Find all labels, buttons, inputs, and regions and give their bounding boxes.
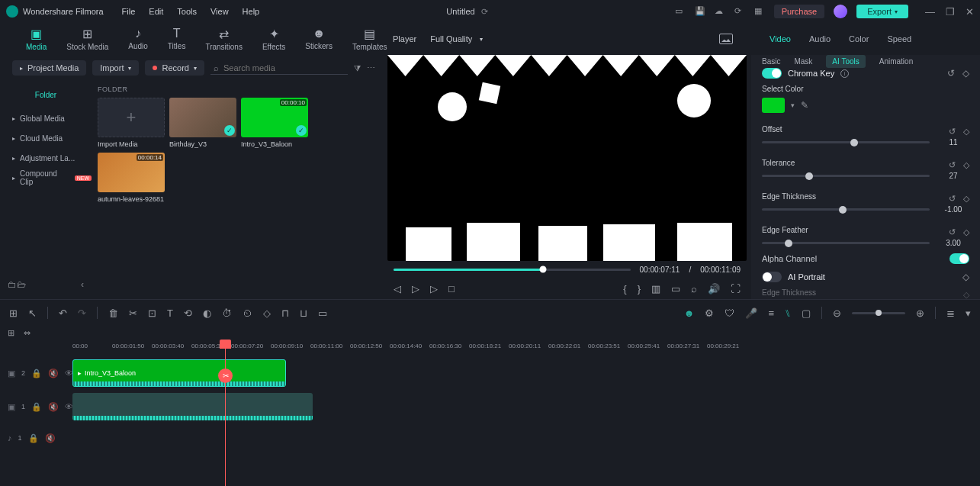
rtab-video[interactable]: Video [770, 34, 791, 43]
edge-feather-value[interactable]: 3.00 [937, 239, 969, 247]
compare-icon[interactable]: ▥ [651, 283, 660, 294]
tolerance-slider[interactable] [762, 175, 930, 177]
tab-audio[interactable]: ♪Audio [125, 25, 151, 53]
redo-icon[interactable]: ↷ [78, 307, 86, 319]
keyframe-tl-icon[interactable]: ◇ [263, 307, 271, 319]
keyframe-icon[interactable]: ◇ [963, 127, 969, 137]
mixer-icon[interactable]: ≡ [768, 307, 774, 319]
reset-icon[interactable]: ↺ [949, 227, 956, 237]
lock-icon[interactable]: 🔒 [31, 369, 42, 378]
filter-icon[interactable]: ⧩ [354, 63, 361, 73]
subtab-animation[interactable]: Animation [879, 57, 913, 66]
chroma-key-toggle[interactable] [762, 68, 782, 79]
new-folder-icon[interactable]: 🗀 [8, 279, 17, 290]
headphones-icon[interactable]: ⑊ [785, 307, 791, 319]
color-swatch[interactable] [762, 98, 785, 113]
zoom-slider[interactable] [852, 312, 905, 314]
subtab-basic[interactable]: Basic [762, 57, 780, 66]
reset-icon[interactable]: ↺ [949, 194, 956, 204]
tl-unlink-icon[interactable]: ⇔ [24, 328, 31, 338]
offset-value[interactable]: 11 [937, 138, 969, 146]
mute-icon[interactable]: 🔇 [45, 433, 56, 443]
aspect-icon[interactable]: ▢ [802, 307, 811, 319]
tl-menu-icon[interactable]: ▾ [966, 307, 971, 319]
folder-button[interactable]: Folder [0, 85, 92, 104]
mark-in-icon[interactable]: { [623, 283, 626, 294]
sidebar-item-compound-clip[interactable]: ▸Compound ClipNEW [0, 168, 92, 188]
lock-icon[interactable]: 🔒 [31, 402, 42, 412]
quality-dropdown[interactable]: Full Quality▾ [430, 34, 483, 43]
text-icon[interactable]: T [167, 307, 173, 319]
zoom-in-icon[interactable]: ⊕ [916, 307, 924, 319]
reset-icon[interactable]: ↺ [947, 68, 955, 79]
color-icon[interactable]: ◐ [203, 307, 211, 319]
record-dropdown[interactable]: Record▾ [145, 60, 204, 76]
snapshot-icon[interactable] [719, 34, 733, 44]
list-icon[interactable]: ≣ [946, 307, 955, 319]
offset-slider[interactable] [762, 141, 930, 143]
volume-icon[interactable]: 🔊 [708, 283, 720, 294]
alpha-channel-toggle[interactable] [949, 253, 969, 264]
tab-templates[interactable]: ▤Templates [349, 25, 390, 53]
layout-icon[interactable]: ▭ [675, 6, 686, 17]
clip-balloon[interactable]: ▸ Intro_V3_Baloon [72, 359, 286, 387]
tab-titles[interactable]: TTitles [165, 25, 189, 53]
import-dropdown[interactable]: Import▾ [92, 60, 139, 76]
more-icon[interactable]: ⋯ [367, 63, 375, 73]
rtab-color[interactable]: Color [849, 34, 869, 43]
speed-icon[interactable]: ⏱ [222, 307, 232, 319]
edge-thickness-slider[interactable] [762, 208, 930, 211]
collapse-sidebar-icon[interactable]: ‹ [81, 279, 84, 290]
menu-tools[interactable]: Tools [177, 7, 197, 16]
tab-effects[interactable]: ✦Effects [259, 25, 288, 53]
tl-link-icon[interactable]: ⊞ [8, 328, 14, 338]
tab-transitions[interactable]: ⇄Transitions [202, 25, 246, 53]
tab-stock-media[interactable]: ⊞Stock Media [63, 25, 111, 53]
undo-icon[interactable]: ↶ [59, 307, 67, 319]
reset-icon[interactable]: ↺ [949, 127, 956, 137]
maximize-icon[interactable]: ❐ [946, 6, 955, 18]
menu-help[interactable]: Help [243, 7, 260, 16]
new-bin-icon[interactable]: 🗁 [17, 279, 26, 290]
avatar[interactable] [834, 5, 847, 18]
camera-icon[interactable]: ⌕ [691, 283, 697, 294]
menu-file[interactable]: File [122, 7, 136, 16]
time-ruler[interactable]: 00:0000:00:01:5000:00:03:4000:00:05:3000… [72, 340, 980, 356]
prev-frame-icon[interactable]: ◁ [394, 283, 401, 294]
search-input[interactable] [223, 63, 345, 72]
refresh-icon[interactable]: ⟳ [734, 6, 745, 17]
mute-icon[interactable]: 🔇 [48, 402, 59, 412]
minimize-icon[interactable]: — [925, 6, 935, 18]
rtab-speed[interactable]: Speed [887, 34, 911, 43]
eyedropper-icon[interactable]: ✎ [801, 100, 808, 111]
cloud-sync-icon[interactable]: ⟳ [481, 7, 488, 17]
media-thumb-leaves[interactable]: 00:00:14autumn-leaves-92681 [98, 153, 165, 203]
keyframe-icon[interactable]: ◇ [963, 227, 969, 237]
edge-feather-slider[interactable] [762, 242, 930, 244]
subtab-ai-tools[interactable]: AI Tools [826, 55, 865, 68]
sidebar-item-global-media[interactable]: ▸Global Media [0, 108, 92, 128]
ai-portrait-toggle[interactable] [762, 272, 782, 282]
purchase-button[interactable]: Purchase [774, 5, 824, 18]
tab-stickers[interactable]: ☻Stickers [302, 25, 336, 53]
import-media-tile[interactable]: +Import Media [98, 98, 165, 148]
display-icon[interactable]: ▭ [671, 283, 680, 294]
rtab-audio[interactable]: Audio [809, 34, 831, 43]
project-media-dropdown[interactable]: ▸Project Media [12, 60, 86, 76]
cloud-icon[interactable]: ☁ [715, 6, 725, 17]
keyframe-icon[interactable]: ◇ [963, 160, 969, 170]
next-frame-icon[interactable]: ▷ [430, 283, 438, 294]
keyframe-icon[interactable]: ◇ [962, 68, 969, 79]
smiley-icon[interactable]: ☻ [684, 307, 695, 319]
preview-scrubber[interactable] [394, 269, 631, 271]
keyframe-icon[interactable]: ◇ [962, 272, 969, 282]
stop-icon[interactable]: □ [448, 283, 455, 294]
timer-icon[interactable]: ⏲ [243, 307, 252, 319]
split-icon[interactable]: ✂ [129, 307, 137, 319]
zoom-out-icon[interactable]: ⊖ [833, 307, 841, 319]
tolerance-value[interactable]: 27 [937, 172, 969, 180]
reset-icon[interactable]: ↺ [949, 160, 956, 170]
mark-out-icon[interactable]: } [638, 283, 641, 294]
preview-canvas[interactable] [387, 55, 747, 261]
tl-extra1-icon[interactable]: ▭ [318, 307, 327, 319]
